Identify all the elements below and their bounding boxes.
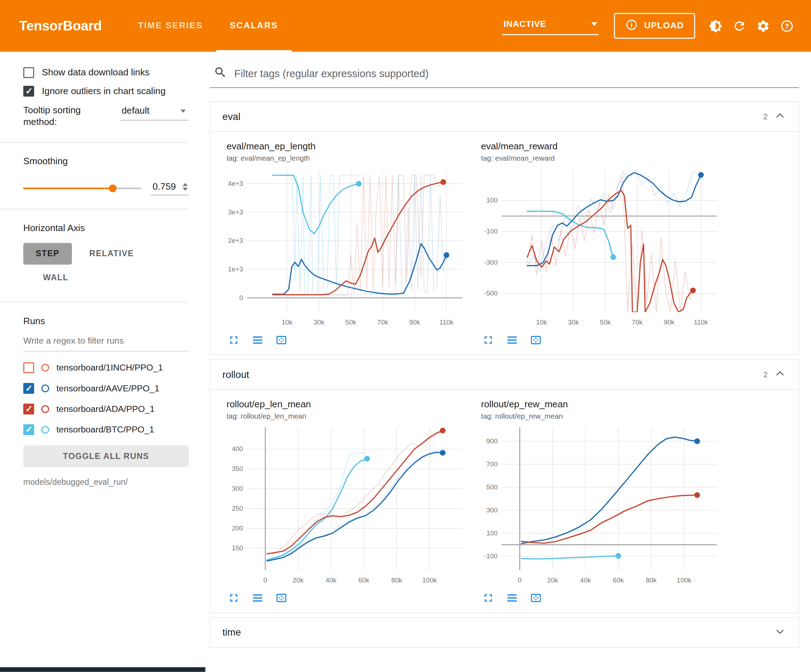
toggle-all-runs-button[interactable]: TOGGLE ALL RUNS (24, 445, 189, 467)
run-checkbox[interactable] (24, 404, 34, 415)
smoothing-value-input[interactable]: 0.759 (151, 181, 189, 195)
axis-step-button[interactable]: STEP (24, 243, 72, 264)
section-rollout-header[interactable]: rollout 2 (210, 359, 799, 389)
line-chart[interactable]: 150200250300350400020k40k60k80k100k (221, 423, 464, 589)
tab-scalars[interactable]: SCALARS (216, 0, 292, 52)
chevron-down-icon[interactable] (774, 625, 786, 640)
chart-toolbar (482, 334, 723, 346)
run-row-ada[interactable]: tensorboard/ADA/PPO_1 (24, 399, 189, 419)
fit-domain-icon[interactable] (530, 334, 542, 346)
chart-eval-mean-reward: eval/mean_reward tag: eval/mean_reward 1… (476, 141, 723, 349)
line-chart[interactable]: 01e+32e+33e+34e+310k30k50k70k90k110k (221, 165, 464, 332)
section-eval-header[interactable]: eval 2 (210, 102, 799, 131)
upload-button[interactable]: UPLOAD (614, 13, 695, 39)
smoothing-value: 0.759 (153, 181, 176, 192)
svg-text:2e+3: 2e+3 (228, 237, 243, 244)
chevron-up-icon[interactable] (774, 109, 786, 124)
run-row-btc[interactable]: tensorboard/BTC/PPO_1 (24, 420, 189, 440)
tooltip-sorting-select[interactable]: default (120, 104, 189, 120)
scalars-dashboard: eval 2 eval/mean_ep_length tag: eval/mea… (209, 52, 811, 672)
fullscreen-icon[interactable] (482, 592, 494, 604)
run-color-ring (41, 405, 49, 413)
run-checkbox[interactable] (24, 362, 34, 373)
svg-text:100: 100 (486, 530, 497, 537)
chart-tag: tag: eval/mean_reward (481, 154, 723, 162)
fit-domain-icon[interactable] (530, 592, 542, 604)
fit-domain-icon[interactable] (275, 334, 288, 346)
brightness-icon[interactable] (703, 14, 727, 37)
fullscreen-icon[interactable] (482, 334, 494, 346)
svg-text:0: 0 (263, 576, 267, 584)
show-download-links-row[interactable]: Show data download links (24, 67, 189, 78)
line-chart[interactable]: 100-100-300-50010k30k50k70k90k110k (476, 165, 719, 332)
svg-text:10k: 10k (536, 318, 547, 326)
menu-lines-icon[interactable] (506, 334, 518, 346)
spinner-down-icon[interactable] (183, 188, 188, 191)
tag-filter-input[interactable] (234, 68, 799, 80)
chart-title: eval/mean_ep_length (227, 141, 468, 152)
svg-text:700: 700 (486, 460, 497, 468)
chart-eval-mean-ep-length: eval/mean_ep_length tag: eval/mean_ep_le… (221, 141, 468, 349)
ignore-outliers-checkbox[interactable] (24, 86, 34, 96)
run-checkbox[interactable] (24, 424, 34, 435)
runs-directory-label: models/debugged_eval_run/ (24, 477, 189, 487)
section-rollout: rollout 2 rollout/ep_len_mean tag: rollo… (209, 359, 799, 613)
tooltip-sorting-label: Tooltip sorting method: (24, 104, 112, 129)
runs-filter-input[interactable] (24, 332, 189, 351)
run-row-1inch[interactable]: tensorboard/1INCH/PPO_1 (24, 357, 189, 378)
svg-text:70k: 70k (632, 318, 643, 326)
svg-text:400: 400 (232, 445, 243, 453)
spinner-up-icon[interactable] (183, 183, 188, 186)
tensorboard-app: TensorBoard TIME SERIES SCALARS INACTIVE… (0, 0, 811, 672)
svg-text:4e+3: 4e+3 (228, 180, 243, 187)
section-time: time (209, 617, 799, 648)
svg-text:500: 500 (486, 483, 497, 491)
fullscreen-icon[interactable] (228, 592, 240, 604)
menu-lines-icon[interactable] (251, 334, 264, 346)
status-dropdown-value: INACTIVE (504, 19, 546, 29)
help-icon[interactable]: ? (775, 14, 799, 37)
svg-text:100k: 100k (677, 576, 692, 584)
ignore-outliers-label: Ignore outliers in chart scaling (42, 86, 165, 96)
chart-tag: tag: eval/mean_ep_length (227, 154, 468, 162)
svg-text:300: 300 (232, 485, 243, 492)
show-download-links-checkbox[interactable] (24, 67, 34, 78)
run-checkbox[interactable] (24, 383, 34, 394)
section-time-header[interactable]: time (210, 618, 799, 647)
chart-tag: tag: rollout/ep_len_mean (227, 412, 468, 420)
menu-lines-icon[interactable] (251, 592, 264, 604)
settings-icon[interactable] (751, 14, 775, 37)
svg-text:200: 200 (232, 525, 243, 532)
runs-label: Runs (24, 316, 189, 327)
chevron-up-icon[interactable] (774, 367, 786, 382)
svg-text:300: 300 (486, 506, 497, 514)
ignore-outliers-row[interactable]: Ignore outliers in chart scaling (24, 86, 189, 96)
slider-thumb[interactable] (109, 185, 117, 193)
menu-lines-icon[interactable] (506, 592, 518, 604)
divider (0, 142, 189, 142)
divider (0, 302, 189, 302)
refresh-icon[interactable] (727, 14, 751, 37)
line-chart[interactable]: -100100300500700900020k40k60k80k100k (476, 423, 719, 589)
svg-text:40k: 40k (580, 576, 591, 584)
run-color-ring (41, 364, 49, 372)
smoothing-slider[interactable] (24, 184, 141, 192)
axis-relative-button[interactable]: RELATIVE (88, 243, 136, 264)
tab-time-series[interactable]: TIME SERIES (125, 0, 216, 52)
bottom-scrollbar[interactable] (0, 667, 205, 672)
chart-rollout-ep-rew-mean: rollout/ep_rew_mean tag: rollout/ep_rew_… (476, 399, 723, 606)
upload-label: UPLOAD (644, 20, 684, 31)
app-header: TensorBoard TIME SERIES SCALARS INACTIVE… (0, 0, 811, 52)
axis-wall-button[interactable]: WALL (41, 266, 70, 288)
status-dropdown[interactable]: INACTIVE (502, 17, 599, 35)
chart-rollout-ep-len-mean: rollout/ep_len_mean tag: rollout/ep_len_… (221, 399, 468, 606)
fullscreen-icon[interactable] (228, 334, 240, 346)
svg-text:1e+3: 1e+3 (228, 266, 243, 273)
svg-text:-100: -100 (484, 552, 497, 560)
svg-text:40k: 40k (326, 576, 336, 584)
svg-text:-100: -100 (484, 228, 497, 235)
smoothing-stepper[interactable] (183, 183, 188, 191)
fit-domain-icon[interactable] (275, 592, 288, 604)
svg-text:20k: 20k (293, 576, 304, 584)
run-row-aave[interactable]: tensorboard/AAVE/PPO_1 (24, 378, 189, 399)
